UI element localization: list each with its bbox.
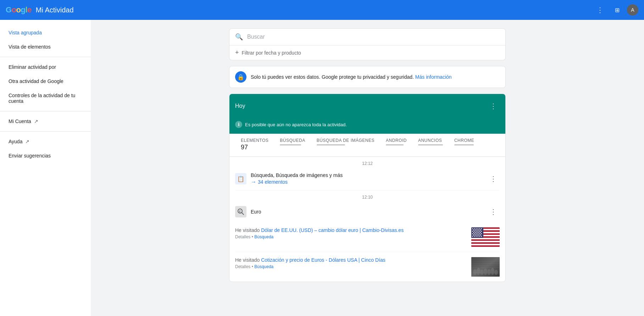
info-icon: ℹ [235,121,242,128]
chrome-slider [454,144,474,145]
external-link-icon-help: ↗ [25,139,29,144]
more-options-button[interactable]: ⋮ [593,3,607,17]
svg-point-32 [476,232,477,233]
svg-point-30 [481,231,482,232]
euro-title: Euro [251,209,261,215]
euro-search-icon: € [237,207,245,216]
more-dots-icon: ⋮ [596,6,604,14]
logo-container: Google Mi Actividad [6,5,74,15]
euro-icon: € [235,206,246,217]
svg-rect-10 [471,238,500,239]
svg-point-60 [491,268,494,275]
svg-rect-15 [471,245,500,247]
today-card: Hoy ⋮ ℹ Es posible que aún no aparezca t… [229,94,506,282]
svg-rect-50 [471,257,500,277]
activity-title-search: Búsqueda, Búsqueda de imágenes y más [251,172,343,178]
svg-point-22 [473,229,474,231]
euro-header-row: € Euro ⋮ [235,201,500,222]
svg-rect-49 [471,257,500,277]
svg-point-17 [472,228,473,229]
google-logo: Google [6,5,32,15]
tab-android[interactable]: ANDROID [380,134,412,156]
visited-item-cambio-divisas: He visitado Dólar de EE.UU. (USD) – camb… [235,222,500,252]
search-item-more-button[interactable]: ⋮ [487,172,500,185]
svg-text:€: € [239,210,241,213]
anuncios-slider [418,144,443,145]
svg-point-48 [481,236,482,237]
svg-point-45 [474,236,476,237]
svg-point-23 [476,229,477,231]
sidebar-item-delete-activity[interactable]: Eliminar actividad por [0,60,91,74]
svg-point-27 [474,231,476,232]
sidebar-item-send-feedback[interactable]: Enviar sugerencias [0,149,91,163]
card-more-options-button[interactable]: ⋮ [487,100,500,112]
svg-point-25 [480,229,481,231]
search-bar: 🔍 [229,28,506,45]
cambio-divisas-link[interactable]: Dólar de EE.UU. (USD) – cambio dólar eur… [261,227,404,233]
sidebar: Vista agrupada Vista de elementos Elimin… [0,20,91,316]
svg-point-18 [474,228,476,229]
svg-point-20 [479,228,480,229]
svg-line-1 [242,213,244,215]
main-content: 🔍 + Filtrar por fecha y producto 🔒 Solo … [208,20,527,316]
sidebar-item-activity-controls[interactable]: Controles de la actividad de tu cuenta [0,88,91,108]
tab-busqueda-imagenes[interactable]: BÚSQUEDA DE IMÁGENES [311,134,380,156]
tab-anuncios[interactable]: ANUNCIOS [412,134,449,156]
svg-point-19 [477,228,478,229]
svg-point-40 [473,234,474,235]
svg-rect-13 [471,242,500,244]
sidebar-item-my-account[interactable]: Mi Cuenta ↗ [0,114,91,128]
tab-chrome[interactable]: CHROME [449,134,480,156]
external-link-icon-account: ↗ [34,118,38,124]
svg-point-42 [478,234,479,235]
svg-rect-11 [471,239,500,241]
svg-point-35 [472,233,473,234]
search-icon: 🔍 [235,33,243,41]
sidebar-item-elements-view[interactable]: Vista de elementos [0,40,91,54]
svg-point-28 [477,231,478,232]
svg-point-55 [473,269,477,275]
activity-notice-text: Es posible que aún no aparezca toda la a… [245,122,347,127]
svg-point-43 [480,234,481,235]
app-title: Mi Actividad [36,6,74,14]
privacy-more-info-link[interactable]: Más información [415,74,452,80]
svg-point-39 [481,233,482,234]
apps-grid-icon: ⊞ [615,7,620,13]
sidebar-item-help[interactable]: Ayuda ↗ [0,134,91,149]
svg-point-59 [487,269,491,275]
svg-point-34 [480,232,481,233]
svg-point-57 [480,270,484,275]
user-avatar[interactable]: A [627,4,638,16]
svg-rect-12 [471,241,500,242]
search-input[interactable] [247,34,500,40]
cinco-dias-link[interactable]: Cotización y precio de Euros - Dólares U… [261,257,385,263]
sidebar-divider-3 [0,131,91,132]
tab-elementos[interactable]: ELEMENTOS 97 [235,134,274,156]
svg-point-29 [479,231,480,232]
activity-subtitle-elements: → 34 elementos [251,179,343,185]
page-container: Vista agrupada Vista de elementos Elimin… [0,20,644,316]
svg-point-61 [494,270,498,275]
tab-busqueda[interactable]: BÚSQUEDA [274,134,311,156]
euro-item-more-button[interactable]: ⋮ [487,205,500,218]
activity-row-search: 📋 Búsqueda, Búsqueda de imágenes y más →… [235,167,500,190]
us-flag-image [471,227,500,247]
tabs-bar: ELEMENTOS 97 BÚSQUEDA BÚSQUEDA DE IMÁGEN… [229,134,505,157]
header-icons: ⋮ ⊞ A [593,3,638,17]
svg-point-46 [477,236,478,237]
svg-point-44 [472,236,473,237]
svg-point-36 [474,233,476,234]
svg-point-31 [473,232,474,233]
sidebar-item-grouped-view[interactable]: Vista agrupada [0,26,91,40]
apps-button[interactable]: ⊞ [610,3,624,17]
privacy-text: Solo tú puedes ver estos datos. Google p… [251,74,414,80]
search-container: 🔍 + Filtrar por fecha y producto [229,28,506,60]
privacy-notice: 🔒 Solo tú puedes ver estos datos. Google… [229,66,506,88]
visited-item-cinco-dias: He visitado Cotización y precio de Euros… [235,252,500,282]
svg-point-37 [477,233,478,234]
sidebar-item-other-activity[interactable]: Otra actividad de Google [0,74,91,88]
filter-bar[interactable]: + Filtrar por fecha y producto [229,45,506,60]
card-header: Hoy ⋮ [229,94,505,118]
svg-point-38 [479,233,480,234]
card-header-title: Hoy [235,103,245,109]
